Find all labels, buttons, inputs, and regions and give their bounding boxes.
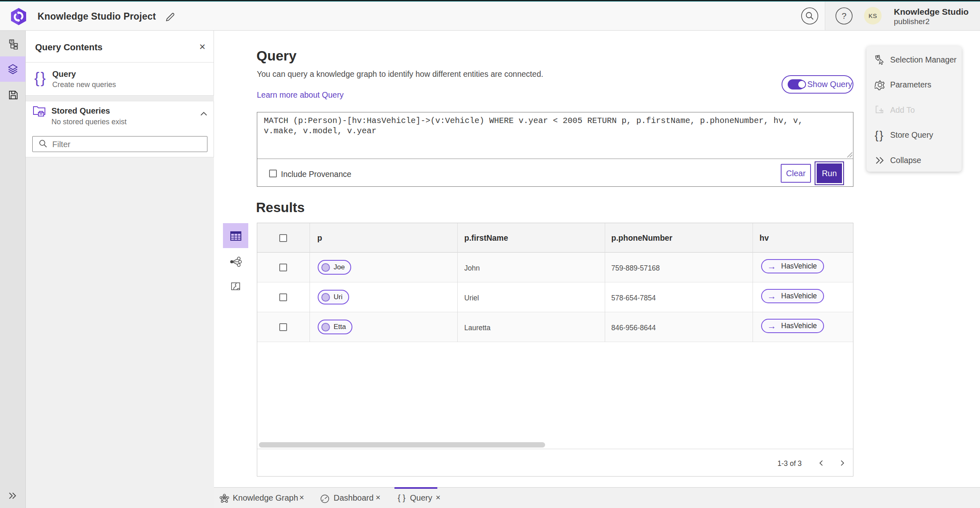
- svg-text:?: ?: [842, 11, 846, 20]
